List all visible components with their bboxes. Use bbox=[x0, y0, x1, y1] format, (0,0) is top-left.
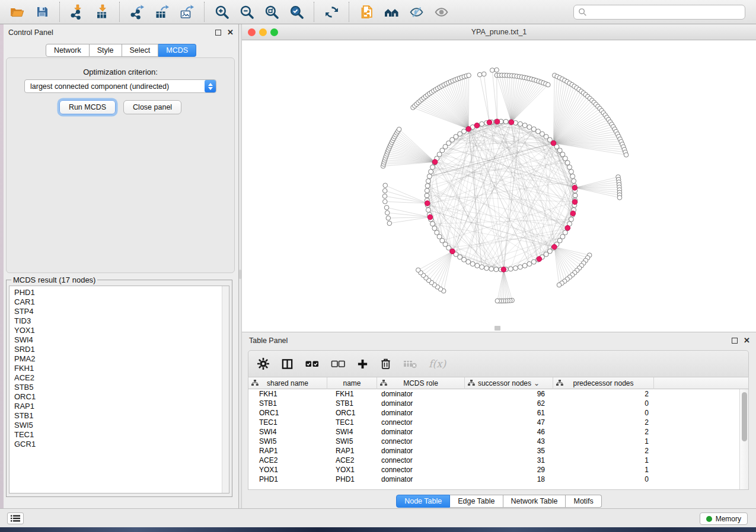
network-node[interactable] bbox=[546, 82, 551, 87]
mcds-hub-node[interactable] bbox=[495, 119, 500, 124]
splitter-handle[interactable] bbox=[239, 270, 241, 279]
import-network-button[interactable] bbox=[67, 2, 87, 21]
mcds-hub-node[interactable] bbox=[551, 140, 556, 146]
mcds-hub-node[interactable] bbox=[570, 211, 576, 216]
export-table-button[interactable] bbox=[152, 2, 172, 21]
column-header[interactable]: shared name bbox=[248, 377, 327, 389]
mcds-result-item[interactable]: YOX1 bbox=[14, 326, 229, 335]
network-node[interactable] bbox=[484, 266, 489, 271]
network-node[interactable] bbox=[383, 183, 388, 188]
show-graphics-button[interactable] bbox=[431, 2, 451, 21]
table-row[interactable]: ACE2ACE2connector311 bbox=[248, 456, 748, 465]
search-field[interactable] bbox=[573, 5, 745, 20]
mcds-list-scrollbar[interactable] bbox=[222, 286, 229, 493]
mcds-hub-node[interactable] bbox=[466, 126, 471, 132]
network-node[interactable] bbox=[477, 72, 482, 77]
mcds-result-item[interactable]: STP4 bbox=[14, 307, 229, 316]
network-node[interactable] bbox=[570, 174, 575, 179]
network-node[interactable] bbox=[475, 263, 480, 268]
mcds-result-item[interactable]: STB1 bbox=[14, 411, 229, 421]
memory-button[interactable]: Memory bbox=[700, 512, 748, 525]
select-all-button[interactable] bbox=[305, 356, 320, 371]
tab-node-table[interactable]: Node Table bbox=[396, 495, 450, 508]
table-row[interactable]: FKH1FKH1dominator962 bbox=[248, 389, 748, 399]
network-node[interactable] bbox=[624, 153, 629, 158]
mcds-hub-node[interactable] bbox=[552, 245, 557, 250]
network-node[interactable] bbox=[386, 216, 391, 220]
network-node[interactable] bbox=[480, 265, 484, 270]
mcds-hub-node[interactable] bbox=[450, 249, 455, 254]
network-node[interactable] bbox=[435, 230, 439, 235]
network-node[interactable] bbox=[397, 127, 401, 132]
network-overview-button[interactable] bbox=[381, 2, 401, 21]
network-node[interactable] bbox=[495, 68, 499, 72]
table-row[interactable]: TEC1TEC1connector472 bbox=[248, 418, 748, 427]
network-node[interactable] bbox=[387, 221, 392, 226]
network-node[interactable] bbox=[563, 156, 567, 161]
network-graph[interactable] bbox=[242, 40, 756, 332]
gear-button[interactable] bbox=[257, 356, 270, 371]
network-node[interactable] bbox=[531, 127, 536, 132]
network-titlebar[interactable]: YPA_prune.txt_1 bbox=[242, 24, 756, 40]
tab-select[interactable]: Select bbox=[122, 44, 159, 57]
network-node[interactable] bbox=[425, 188, 429, 193]
mcds-result-item[interactable]: STB5 bbox=[14, 383, 229, 392]
refresh-button[interactable] bbox=[321, 2, 342, 21]
mcds-hub-node[interactable] bbox=[572, 200, 578, 205]
zoom-fit-button[interactable] bbox=[261, 2, 282, 21]
network-node[interactable] bbox=[426, 207, 430, 212]
network-node[interactable] bbox=[522, 123, 527, 128]
mcds-result-item[interactable]: PHD1 bbox=[14, 288, 229, 297]
mcds-result-item[interactable]: SWI5 bbox=[14, 421, 229, 430]
network-node[interactable] bbox=[573, 193, 578, 198]
mcds-result-item[interactable]: FKH1 bbox=[14, 364, 229, 373]
tab-style[interactable]: Style bbox=[90, 44, 122, 57]
network-node[interactable] bbox=[494, 267, 499, 272]
column-header[interactable]: name bbox=[327, 377, 377, 389]
mcds-result-item[interactable]: PMA2 bbox=[14, 354, 229, 364]
mcds-hub-node[interactable] bbox=[487, 120, 492, 125]
run-mcds-button[interactable]: Run MCDS bbox=[59, 100, 116, 114]
hide-graphics-button[interactable] bbox=[406, 2, 426, 21]
mcds-hub-node[interactable] bbox=[425, 201, 430, 206]
mcds-result-item[interactable]: TID3 bbox=[14, 316, 229, 326]
tab-motifs[interactable]: Motifs bbox=[566, 495, 601, 508]
column-header[interactable]: predecessor nodes bbox=[553, 377, 654, 389]
mcds-result-list[interactable]: PHD1CAR1STP4TID3YOX1SWI4SRD1PMA2FKH1ACE2… bbox=[9, 286, 229, 493]
network-node[interactable] bbox=[466, 259, 471, 264]
mcds-hub-node[interactable] bbox=[432, 159, 438, 165]
network-node[interactable] bbox=[470, 262, 475, 267]
network-node[interactable] bbox=[527, 125, 532, 130]
column-header[interactable]: MCDS role bbox=[377, 377, 465, 389]
network-node[interactable] bbox=[522, 263, 527, 268]
table-scrollbar[interactable] bbox=[739, 389, 748, 489]
network-node[interactable] bbox=[572, 179, 576, 184]
network-node[interactable] bbox=[480, 121, 484, 126]
zoom-out-button[interactable] bbox=[237, 2, 257, 21]
mcds-result-item[interactable]: SRD1 bbox=[14, 345, 229, 354]
network-node[interactable] bbox=[383, 200, 388, 204]
mcds-result-item[interactable]: GCR1 bbox=[14, 440, 229, 449]
network-node[interactable] bbox=[508, 267, 513, 271]
mcds-result-item[interactable]: ACE2 bbox=[14, 373, 229, 383]
horizontal-splitter-handle[interactable] bbox=[495, 326, 500, 331]
network-node[interactable] bbox=[430, 165, 435, 169]
network-node[interactable] bbox=[565, 161, 570, 165]
search-input[interactable] bbox=[590, 7, 741, 17]
mcds-result-item[interactable]: SWI4 bbox=[14, 335, 229, 345]
mcds-hub-node[interactable] bbox=[509, 120, 514, 125]
network-node[interactable] bbox=[527, 262, 532, 267]
network-node[interactable] bbox=[489, 267, 494, 271]
close-icon[interactable]: ✕ bbox=[227, 30, 234, 36]
table-row[interactable]: SWI5SWI5connector431 bbox=[248, 437, 748, 446]
table-row[interactable]: PHD1PHD1dominator180 bbox=[248, 475, 748, 484]
network-node[interactable] bbox=[481, 72, 486, 76]
maximize-window-icon[interactable] bbox=[270, 28, 278, 36]
import-table-button[interactable] bbox=[92, 2, 112, 21]
network-node[interactable] bbox=[382, 188, 387, 193]
mcds-result-item[interactable]: RAP1 bbox=[14, 402, 229, 411]
mcds-hub-node[interactable] bbox=[428, 214, 433, 220]
mcds-result-item[interactable]: ORC1 bbox=[14, 392, 229, 402]
network-node[interactable] bbox=[382, 194, 387, 198]
mcds-hub-node[interactable] bbox=[474, 123, 480, 129]
